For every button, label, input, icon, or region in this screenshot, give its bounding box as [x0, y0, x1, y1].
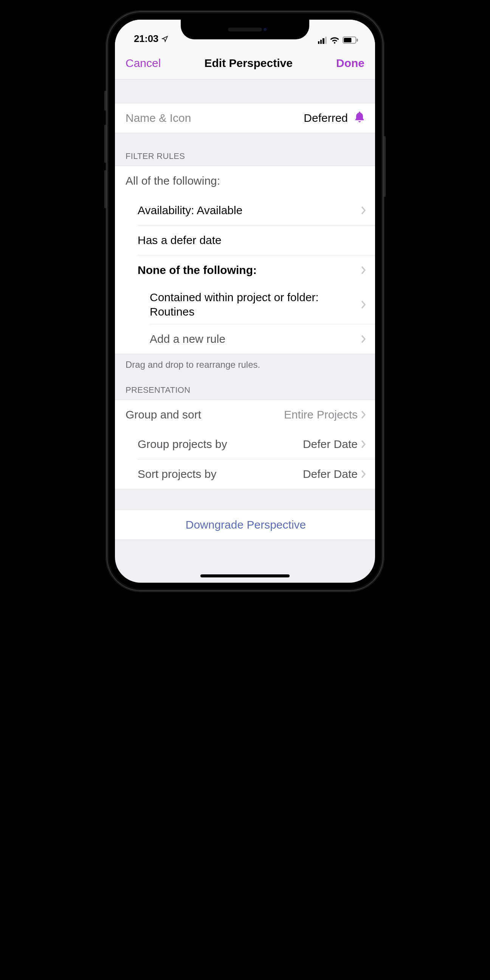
presentation-group: Group and sort Entire Projects Group pro…: [115, 399, 375, 489]
chevron-right-icon: [361, 206, 366, 215]
group-sort-value: Entire Projects: [284, 408, 358, 421]
nav-bar: Cancel Edit Perspective Done: [115, 47, 375, 80]
phone-frame: 21:03 Cancel Edit Perspective: [106, 11, 384, 591]
svg-rect-1: [344, 38, 351, 42]
rule-group-all[interactable]: All of the following:: [115, 166, 375, 196]
svg-rect-2: [357, 38, 358, 41]
silence-switch[interactable]: [105, 91, 106, 110]
location-icon: [162, 35, 168, 42]
rule-availability[interactable]: Availability: Available: [115, 196, 375, 225]
chevron-right-icon: [361, 469, 366, 479]
done-button[interactable]: Done: [336, 57, 365, 70]
rule-text: Availability: Available: [138, 203, 358, 218]
chevron-right-icon: [361, 410, 366, 419]
group-by-value: Defer Date: [303, 438, 358, 451]
wifi-icon: [330, 36, 339, 44]
chevron-right-icon: [361, 440, 366, 449]
bell-icon: [353, 110, 366, 126]
volume-up-button[interactable]: [105, 125, 106, 163]
rule-has-defer-date[interactable]: Has a defer date: [115, 226, 375, 255]
cancel-button[interactable]: Cancel: [125, 57, 161, 70]
chevron-right-icon: [361, 300, 366, 309]
chevron-right-icon: [361, 334, 366, 344]
add-new-rule[interactable]: Add a new rule: [115, 324, 375, 354]
downgrade-label: Downgrade Perspective: [186, 519, 306, 531]
group-projects-by-row[interactable]: Group projects by Defer Date: [115, 430, 375, 459]
speaker: [228, 28, 262, 32]
home-indicator[interactable]: [200, 574, 290, 578]
sort-by-value: Defer Date: [303, 468, 358, 480]
power-button[interactable]: [384, 136, 385, 197]
screen: 21:03 Cancel Edit Perspective: [115, 20, 375, 583]
rule-group-all-label: All of the following:: [125, 175, 220, 187]
page-title: Edit Perspective: [204, 57, 292, 70]
presentation-header: PRESENTATION: [115, 372, 375, 399]
volume-down-button[interactable]: [105, 170, 106, 208]
rule-group-none-label: None of the following:: [138, 263, 358, 277]
downgrade-group: Downgrade Perspective: [115, 510, 375, 540]
rule-contained-routines[interactable]: Contained within project or folder: Rout…: [115, 285, 375, 324]
add-rule-label: Add a new rule: [150, 332, 358, 346]
notch: [181, 20, 309, 39]
chevron-right-icon: [361, 266, 366, 275]
filter-rules-header: FILTER RULES: [115, 133, 375, 166]
sort-by-label: Sort projects by: [138, 468, 216, 480]
perspective-name: Deferred: [304, 111, 348, 124]
sort-projects-by-row[interactable]: Sort projects by Defer Date: [115, 459, 375, 489]
group-sort-label: Group and sort: [125, 408, 201, 421]
cellular-icon: [318, 36, 327, 44]
name-icon-group: Name & Icon Deferred: [115, 103, 375, 133]
front-camera: [262, 27, 268, 32]
filter-rules-group: All of the following: Availability: Avai…: [115, 166, 375, 354]
rule-group-none[interactable]: None of the following:: [115, 255, 375, 285]
status-time: 21:03: [134, 33, 159, 45]
rule-text: Contained within project or folder: Rout…: [150, 290, 358, 318]
battery-icon: [343, 36, 358, 44]
rule-text: Has a defer date: [138, 233, 366, 247]
name-icon-label: Name & Icon: [125, 111, 191, 124]
group-by-label: Group projects by: [138, 438, 227, 451]
filter-rules-footer: Drag and drop to rearrange rules.: [115, 354, 375, 372]
downgrade-button[interactable]: Downgrade Perspective: [115, 510, 375, 539]
name-icon-row[interactable]: Name & Icon Deferred: [115, 103, 375, 133]
group-and-sort-row[interactable]: Group and sort Entire Projects: [115, 400, 375, 430]
